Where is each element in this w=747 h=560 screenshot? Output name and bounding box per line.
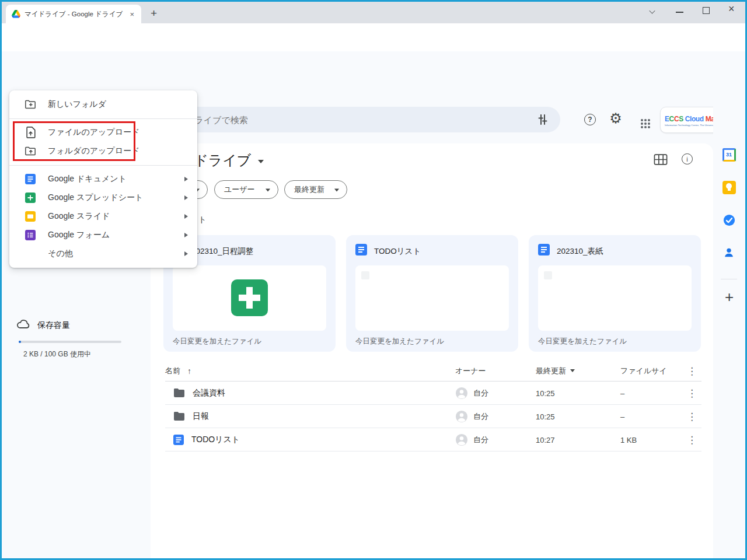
keep-icon[interactable] bbox=[722, 180, 736, 194]
submenu-arrow-icon bbox=[184, 195, 188, 200]
submenu-arrow-icon bbox=[184, 233, 188, 237]
card-caption: 今日変更を加えたファイル bbox=[355, 337, 444, 346]
modified-time: 10:27 bbox=[536, 435, 555, 444]
search-input[interactable] bbox=[186, 115, 512, 125]
chevron-down-icon bbox=[570, 369, 575, 372]
file-name: 日報 bbox=[193, 411, 209, 422]
chevron-down-icon bbox=[266, 189, 270, 192]
docs-file-icon bbox=[538, 244, 550, 258]
card-title: 202310_日程調整 bbox=[191, 246, 254, 257]
column-modified[interactable]: 最終更新 bbox=[536, 366, 575, 376]
docs-icon bbox=[23, 174, 37, 184]
modified-time: 10:25 bbox=[536, 388, 555, 397]
forms-icon bbox=[23, 230, 37, 240]
main-content: マイドライブ i 種類 ユーザー 最終更新 候補リスト 202310_日程調整 bbox=[151, 144, 713, 560]
folder-icon bbox=[173, 411, 185, 421]
file-row-folder[interactable]: 日報 自分 10:25 – ⋮ bbox=[165, 405, 701, 428]
browser-tab[interactable]: マイドライブ - Google ドライブ × bbox=[6, 5, 141, 23]
owner-name: 自分 bbox=[473, 435, 488, 445]
panel-divider bbox=[721, 279, 737, 279]
submenu-arrow-icon bbox=[184, 177, 188, 181]
tab-search-chevron-icon[interactable] bbox=[650, 8, 655, 14]
tab-title: マイドライブ - Google ドライブ bbox=[25, 10, 127, 19]
info-icon[interactable]: i bbox=[682, 153, 693, 164]
sheets-icon bbox=[23, 192, 37, 203]
side-apps-panel: 31 + › bbox=[713, 103, 745, 560]
card-title: 202310_表紙 bbox=[557, 246, 603, 257]
file-size: – bbox=[620, 412, 624, 421]
modified-time: 10:25 bbox=[536, 412, 555, 421]
column-owner[interactable]: オーナー bbox=[455, 366, 486, 376]
browser-toolbar: drive.google.com/drive/my-drive ☆ U ⋮ bbox=[0, 23, 747, 51]
suggestion-card[interactable]: TODOリスト 今日変更を加えたファイル bbox=[346, 235, 518, 352]
file-size: – bbox=[620, 388, 624, 397]
tasks-icon[interactable] bbox=[722, 213, 736, 227]
file-row-document[interactable]: TODOリスト 自分 10:27 1 KB ⋮ bbox=[165, 428, 701, 452]
menu-item-new-folder[interactable]: 新しいフォルダ bbox=[9, 95, 197, 114]
search-options-icon[interactable] bbox=[536, 113, 550, 127]
folder-icon bbox=[173, 388, 185, 398]
row-options-icon[interactable]: ⋮ bbox=[687, 433, 697, 446]
card-preview bbox=[355, 265, 509, 331]
eccs-logo: ECCS Cloud Mail bbox=[665, 115, 718, 123]
card-caption: 今日変更を加えたファイル bbox=[173, 337, 261, 346]
grid-view-toggle-icon[interactable] bbox=[654, 154, 668, 165]
column-size[interactable]: ファイルサイ bbox=[620, 366, 667, 376]
owner-avatar-icon bbox=[455, 410, 468, 423]
window-titlebar: マイドライブ - Google ドライブ × + × bbox=[0, 0, 747, 23]
table-options-icon[interactable]: ⋮ bbox=[687, 365, 697, 377]
window-maximize-button[interactable] bbox=[703, 7, 710, 14]
card-title: TODOリスト bbox=[374, 246, 421, 257]
sort-ascending-icon: ↑ bbox=[187, 366, 191, 376]
docs-file-icon bbox=[173, 435, 184, 445]
tab-close-icon[interactable]: × bbox=[127, 10, 137, 19]
column-name[interactable]: 名前↑ bbox=[165, 366, 191, 376]
filter-chip-modified[interactable]: 最終更新 bbox=[284, 180, 347, 199]
storage-usage-text: 2 KB / 100 GB 使用中 bbox=[23, 349, 91, 359]
file-table-header: 名前↑ オーナー 最終更新 ファイルサイ ⋮ bbox=[165, 360, 701, 382]
file-row-folder[interactable]: 会議資料 自分 10:25 – ⋮ bbox=[165, 382, 701, 405]
card-preview bbox=[173, 265, 326, 331]
storage-cloud-icon bbox=[16, 318, 30, 330]
help-icon[interactable]: ? bbox=[583, 113, 597, 127]
row-options-icon[interactable]: ⋮ bbox=[687, 387, 697, 399]
filter-chip-people[interactable]: ユーザー bbox=[214, 180, 278, 199]
owner-avatar-icon bbox=[455, 433, 468, 446]
settings-gear-icon[interactable]: ⚙ bbox=[609, 111, 623, 125]
submenu-arrow-icon bbox=[184, 251, 188, 256]
new-folder-icon bbox=[23, 99, 37, 110]
row-options-icon[interactable]: ⋮ bbox=[687, 410, 697, 422]
eccs-subtitle: Information Technology Center, The Unive… bbox=[665, 124, 713, 127]
apps-grid-icon[interactable] bbox=[638, 116, 652, 130]
slides-icon bbox=[23, 211, 37, 222]
menu-item-more[interactable]: その他 bbox=[9, 244, 197, 263]
calendar-icon[interactable]: 31 bbox=[722, 148, 736, 162]
get-addons-button[interactable]: + bbox=[713, 288, 745, 306]
menu-item-google-forms[interactable]: Google フォーム bbox=[9, 226, 197, 244]
sheets-logo-icon bbox=[231, 279, 268, 316]
owner-name: 自分 bbox=[473, 388, 488, 398]
storage-progress-bar bbox=[19, 341, 121, 343]
window-close-button[interactable]: × bbox=[728, 3, 735, 15]
chevron-down-icon bbox=[334, 189, 339, 192]
drive-search-bar[interactable] bbox=[154, 107, 560, 132]
new-menu: 新しいフォルダ ファイルのアップロード フォルダのアップロード Google ド… bbox=[9, 90, 197, 268]
menu-divider bbox=[9, 165, 197, 166]
submenu-arrow-icon bbox=[184, 214, 188, 219]
file-name: 会議資料 bbox=[193, 388, 225, 398]
window-minimize-button[interactable] bbox=[676, 12, 683, 13]
suggestion-card[interactable]: 202310_表紙 今日変更を加えたファイル bbox=[529, 235, 701, 352]
menu-item-google-docs[interactable]: Google ドキュメント bbox=[9, 170, 197, 188]
file-size: 1 KB bbox=[620, 435, 637, 444]
drive-favicon-icon bbox=[12, 10, 20, 18]
file-name: TODOリスト bbox=[191, 435, 240, 445]
storage-label[interactable]: 保存容量 bbox=[37, 320, 70, 331]
storage-progress-fill bbox=[19, 341, 21, 343]
menu-item-google-slides[interactable]: Google スライド bbox=[9, 207, 197, 226]
contacts-icon[interactable] bbox=[722, 246, 736, 260]
menu-divider bbox=[9, 118, 197, 119]
card-preview bbox=[538, 265, 692, 331]
title-caret-icon bbox=[258, 160, 264, 163]
new-tab-button[interactable]: + bbox=[151, 7, 157, 20]
menu-item-google-sheets[interactable]: Google スプレッドシート bbox=[9, 188, 197, 207]
